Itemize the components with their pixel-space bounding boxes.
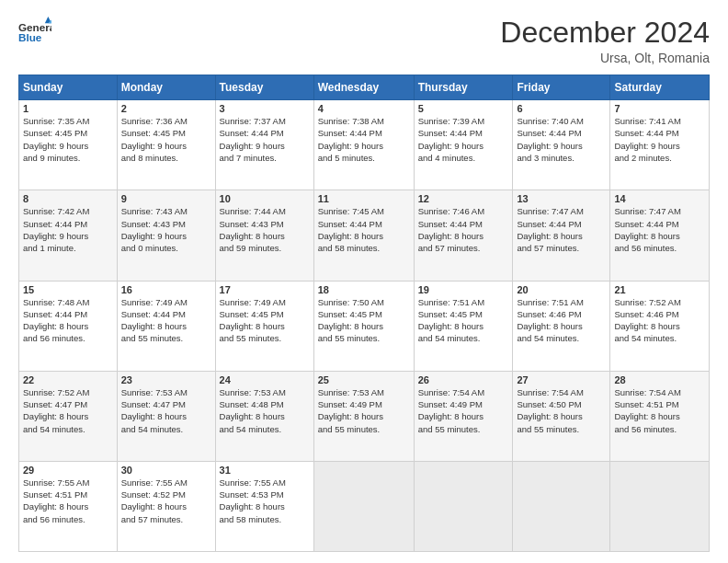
day-number: 27 (517, 374, 606, 385)
day-info: Sunrise: 7:45 AM (318, 205, 410, 217)
calendar-cell: 17Sunrise: 7:49 AMSunset: 4:45 PMDayligh… (215, 281, 313, 371)
day-info: Daylight: 9 hours (614, 140, 705, 152)
day-info: Daylight: 8 hours (517, 410, 606, 422)
day-number: 1 (23, 103, 113, 114)
day-info: and 55 minutes. (121, 332, 211, 344)
calendar-cell (513, 461, 610, 551)
day-info: Sunrise: 7:42 AM (23, 205, 113, 217)
day-info: Sunset: 4:51 PM (23, 488, 113, 500)
day-info: Sunrise: 7:44 AM (220, 205, 310, 217)
day-info: and 2 minutes. (614, 152, 705, 164)
day-info: Sunset: 4:44 PM (517, 127, 606, 139)
day-info: Sunset: 4:43 PM (121, 218, 211, 230)
day-number: 6 (517, 103, 606, 114)
calendar-cell: 28Sunrise: 7:54 AMSunset: 4:51 PMDayligh… (610, 371, 710, 461)
calendar-header: Sunday Monday Tuesday Wednesday Thursday… (19, 75, 710, 100)
calendar-cell (610, 461, 710, 551)
day-number: 4 (318, 103, 410, 114)
page: General Blue December 2024 Ursa, Olt, Ro… (0, 0, 728, 563)
day-info: and 54 minutes. (220, 423, 310, 435)
day-info: Daylight: 9 hours (220, 140, 310, 152)
day-info: Sunset: 4:51 PM (614, 398, 705, 410)
calendar-cell: 21Sunrise: 7:52 AMSunset: 4:46 PMDayligh… (610, 281, 710, 371)
day-info: Daylight: 8 hours (318, 320, 410, 332)
calendar-cell: 18Sunrise: 7:50 AMSunset: 4:45 PMDayligh… (313, 281, 414, 371)
day-info: Sunset: 4:50 PM (517, 398, 606, 410)
day-info: Daylight: 8 hours (418, 410, 509, 422)
day-info: Daylight: 8 hours (517, 320, 606, 332)
day-info: Sunrise: 7:54 AM (614, 386, 705, 398)
day-info: Daylight: 8 hours (220, 500, 310, 512)
header-row: Sunday Monday Tuesday Wednesday Thursday… (19, 75, 710, 100)
day-info: Sunrise: 7:53 AM (318, 386, 410, 398)
day-info: Sunrise: 7:37 AM (220, 115, 310, 127)
calendar-cell: 1Sunrise: 7:35 AMSunset: 4:45 PMDaylight… (19, 100, 118, 190)
calendar-table: Sunday Monday Tuesday Wednesday Thursday… (18, 75, 710, 552)
day-info: and 1 minute. (23, 242, 113, 254)
day-info: Sunset: 4:44 PM (121, 308, 211, 320)
day-info: and 4 minutes. (418, 152, 509, 164)
main-title: December 2024 (500, 17, 710, 49)
calendar-cell: 27Sunrise: 7:54 AMSunset: 4:50 PMDayligh… (513, 371, 610, 461)
day-info: Sunrise: 7:46 AM (418, 205, 509, 217)
day-info: Sunrise: 7:55 AM (23, 477, 113, 488)
day-number: 22 (23, 374, 113, 385)
day-info: Sunset: 4:44 PM (418, 127, 509, 139)
day-number: 7 (614, 103, 705, 114)
day-info: Sunset: 4:47 PM (23, 398, 113, 410)
day-info: Daylight: 8 hours (23, 320, 113, 332)
day-number: 11 (318, 193, 410, 204)
day-info: Sunset: 4:48 PM (220, 398, 310, 410)
calendar-cell: 7Sunrise: 7:41 AMSunset: 4:44 PMDaylight… (610, 100, 710, 190)
day-info: Daylight: 8 hours (220, 230, 310, 242)
day-info: Sunrise: 7:36 AM (121, 115, 211, 127)
day-number: 8 (23, 193, 113, 204)
day-number: 24 (220, 374, 310, 385)
day-info: Daylight: 8 hours (418, 320, 509, 332)
calendar-cell: 14Sunrise: 7:47 AMSunset: 4:44 PMDayligh… (610, 190, 710, 281)
day-number: 14 (614, 193, 705, 204)
day-number: 25 (318, 374, 410, 385)
calendar-cell: 24Sunrise: 7:53 AMSunset: 4:48 PMDayligh… (215, 371, 313, 461)
header-wednesday: Wednesday (313, 75, 414, 100)
calendar-cell: 26Sunrise: 7:54 AMSunset: 4:49 PMDayligh… (414, 371, 513, 461)
calendar-cell: 16Sunrise: 7:49 AMSunset: 4:44 PMDayligh… (117, 281, 215, 371)
day-number: 2 (121, 103, 211, 114)
day-info: Sunrise: 7:52 AM (23, 386, 113, 398)
day-info: Sunset: 4:52 PM (121, 488, 211, 500)
day-info: and 54 minutes. (23, 423, 113, 435)
calendar-cell: 5Sunrise: 7:39 AMSunset: 4:44 PMDaylight… (414, 100, 513, 190)
day-info: and 57 minutes. (121, 513, 211, 525)
day-info: Daylight: 9 hours (121, 140, 211, 152)
header-sunday: Sunday (19, 75, 118, 100)
day-number: 28 (614, 374, 705, 385)
day-info: Sunset: 4:45 PM (121, 127, 211, 139)
day-info: Daylight: 8 hours (517, 230, 606, 242)
calendar-cell: 13Sunrise: 7:47 AMSunset: 4:44 PMDayligh… (513, 190, 610, 281)
day-info: and 3 minutes. (517, 152, 606, 164)
day-info: Sunset: 4:44 PM (614, 218, 705, 230)
day-info: and 56 minutes. (23, 513, 113, 525)
day-info: and 56 minutes. (614, 242, 705, 254)
day-info: and 0 minutes. (121, 242, 211, 254)
day-info: Sunrise: 7:55 AM (220, 477, 310, 488)
header-monday: Monday (117, 75, 215, 100)
day-info: Sunset: 4:44 PM (418, 218, 509, 230)
day-info: Daylight: 9 hours (23, 140, 113, 152)
day-number: 10 (220, 193, 310, 204)
day-info: Sunset: 4:46 PM (517, 308, 606, 320)
day-info: Sunset: 4:45 PM (23, 127, 113, 139)
day-info: Daylight: 8 hours (220, 410, 310, 422)
day-info: Daylight: 9 hours (318, 140, 410, 152)
calendar-cell (313, 461, 414, 551)
top-section: General Blue December 2024 Ursa, Olt, Ro… (18, 17, 710, 65)
day-info: Daylight: 8 hours (318, 410, 410, 422)
day-number: 18 (318, 284, 410, 295)
svg-text:Blue: Blue (18, 31, 42, 43)
day-number: 13 (517, 193, 606, 204)
day-info: Sunrise: 7:47 AM (517, 205, 606, 217)
day-info: Sunrise: 7:49 AM (220, 296, 310, 308)
day-info: Sunrise: 7:35 AM (23, 115, 113, 127)
header-thursday: Thursday (414, 75, 513, 100)
day-info: Sunset: 4:47 PM (121, 398, 211, 410)
